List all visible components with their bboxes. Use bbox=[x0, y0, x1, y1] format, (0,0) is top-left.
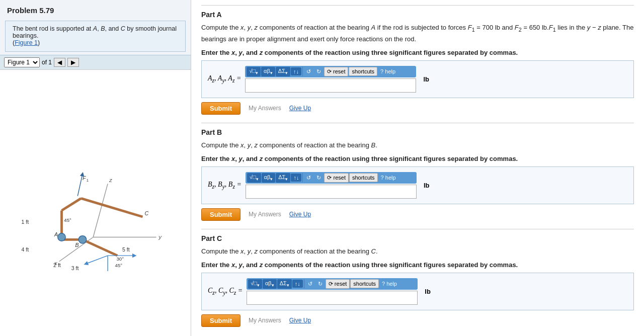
svg-text:45°: 45° bbox=[64, 217, 71, 222]
part-a-redo-btn[interactable]: ↻ bbox=[314, 67, 324, 76]
svg-point-22 bbox=[78, 235, 86, 243]
prev-figure-button[interactable]: ◀ bbox=[54, 58, 65, 67]
part-c-submit-row: Submit My Answers Give Up bbox=[201, 314, 634, 327]
part-a-undo-btn[interactable]: ↺ bbox=[304, 67, 313, 76]
part-c-undo-btn[interactable]: ↺ bbox=[305, 280, 315, 288]
part-b-body: Compute the x, y, z components of reacti… bbox=[201, 140, 634, 151]
part-b-unit: lb bbox=[424, 182, 430, 189]
part-c-answer-box: Cz, Cy, Cz = √□▾ αβ▾ ΔΣ▾ ↑↓ ↺ ↻ ⟳ reset … bbox=[201, 273, 634, 310]
part-a-title: Part A bbox=[201, 11, 634, 19]
part-a-section: Part A Compute the x, y, z components of… bbox=[201, 5, 634, 123]
part-b-input[interactable] bbox=[246, 185, 417, 199]
part-a-shortcuts-btn[interactable]: shortcuts bbox=[349, 67, 377, 76]
svg-text:5 ft: 5 ft bbox=[122, 246, 130, 253]
part-b-instruction: Enter the x, y, and z components of the … bbox=[201, 155, 634, 162]
part-b-submit-button[interactable]: Submit bbox=[201, 208, 240, 221]
part-a-sqrt-btn[interactable]: √□▾ bbox=[247, 67, 261, 76]
part-c-body: Compute the x, y, z components of reacti… bbox=[201, 246, 634, 257]
part-b-my-answers: My Answers bbox=[249, 211, 281, 218]
of-label: of 1 bbox=[42, 59, 52, 66]
part-c-shortcuts-btn[interactable]: shortcuts bbox=[350, 279, 379, 288]
part-a-unit: lb bbox=[423, 75, 429, 83]
part-a-label: Az, Ay, Az = bbox=[208, 74, 241, 84]
part-b-redo-btn[interactable]: ↻ bbox=[314, 174, 324, 182]
svg-text:A: A bbox=[54, 231, 58, 237]
part-c-toolbar: √□▾ αβ▾ ΔΣ▾ ↑↓ ↺ ↻ ⟳ reset shortcuts ? h… bbox=[247, 278, 418, 290]
next-figure-button[interactable]: ▶ bbox=[67, 58, 79, 67]
figure-nav: Figure 1 of 1 ◀ ▶ bbox=[0, 55, 191, 69]
figure-image-area: y x z 1 ft 4 ft 2 ft 3 ft 5 ft 30° 45° 4… bbox=[0, 69, 191, 336]
part-a-input[interactable] bbox=[245, 78, 416, 93]
part-c-reset-btn[interactable]: ⟳ reset bbox=[326, 279, 350, 289]
svg-text:30°: 30° bbox=[116, 256, 124, 261]
part-c-title: Part C bbox=[201, 234, 634, 242]
left-panel: Problem 5.79 The bent rod is supported a… bbox=[0, 0, 191, 336]
part-c-sqrt-btn[interactable]: √□▾ bbox=[248, 279, 262, 289]
part-c-submit-button[interactable]: Submit bbox=[201, 314, 240, 327]
part-b-delta-btn[interactable]: ΔΣ▾ bbox=[276, 173, 290, 183]
part-a-help-btn[interactable]: ? help bbox=[378, 67, 398, 75]
problem-description-text: The bent rod is supported at A, B, and C… bbox=[13, 25, 177, 39]
svg-text:F: F bbox=[82, 175, 86, 181]
part-c-alpha-btn[interactable]: αβ▾ bbox=[263, 279, 277, 289]
part-b-undo-btn[interactable]: ↺ bbox=[304, 174, 313, 182]
part-b-sqrt-btn[interactable]: √□▾ bbox=[247, 173, 261, 183]
svg-text:3 ft: 3 ft bbox=[71, 265, 78, 271]
part-a-body: Compute the x, y, z components of reacti… bbox=[201, 23, 634, 45]
part-a-delta-btn[interactable]: ΔΣ▾ bbox=[276, 67, 290, 76]
svg-text:1 ft: 1 ft bbox=[21, 218, 29, 224]
svg-text:B: B bbox=[75, 241, 78, 247]
svg-text:C: C bbox=[144, 210, 148, 216]
part-a-submit-button[interactable]: Submit bbox=[201, 102, 240, 115]
part-c-section: Part C Compute the x, y, z components of… bbox=[201, 229, 634, 335]
figure-select[interactable]: Figure 1 bbox=[4, 57, 40, 67]
svg-text:2 ft: 2 ft bbox=[53, 262, 61, 268]
right-panel: Part A Compute the x, y, z components of… bbox=[191, 0, 644, 336]
part-a-answer-box: Az, Ay, Az = √□▾ αβ▾ ΔΣ▾ ↑↓ ↺ ↻ ⟳ reset … bbox=[201, 60, 634, 98]
svg-text:4 ft: 4 ft bbox=[21, 246, 29, 253]
part-b-shortcuts-btn[interactable]: shortcuts bbox=[349, 173, 378, 182]
figure-svg: y x z 1 ft 4 ft 2 ft 3 ft 5 ft 30° 45° 4… bbox=[8, 135, 184, 271]
svg-text:1: 1 bbox=[86, 178, 88, 182]
part-b-answer-box: Bz, By, Bz = √□▾ αβ▾ ΔΣ▾ ↑↓ ↺ ↻ ⟳ reset … bbox=[201, 166, 634, 204]
part-b-give-up[interactable]: Give Up bbox=[289, 211, 311, 218]
part-c-my-answers: My Answers bbox=[249, 317, 281, 324]
part-a-arrow-btn[interactable]: ↑↓ bbox=[291, 67, 301, 75]
part-a-my-answers: My Answers bbox=[249, 105, 281, 112]
part-c-help-btn[interactable]: ? help bbox=[379, 280, 399, 288]
part-c-instruction: Enter the x, y, and z components of the … bbox=[201, 261, 634, 269]
part-c-delta-btn[interactable]: ΔΣ▾ bbox=[277, 279, 292, 289]
part-b-arrow-btn[interactable]: ↑↓ bbox=[291, 174, 301, 182]
problem-description: The bent rod is supported at A, B, and C… bbox=[5, 21, 186, 52]
part-b-submit-row: Submit My Answers Give Up bbox=[201, 208, 634, 221]
figure-link[interactable]: Figure 1 bbox=[15, 39, 38, 46]
part-b-help-btn[interactable]: ? help bbox=[378, 174, 398, 182]
part-b-reset-btn[interactable]: ⟳ reset bbox=[324, 173, 349, 183]
problem-title: Problem 5.79 bbox=[0, 0, 191, 18]
part-a-alpha-btn[interactable]: αβ▾ bbox=[261, 67, 275, 76]
part-c-unit: lb bbox=[425, 288, 431, 295]
part-b-section: Part B Compute the x, y, z components of… bbox=[201, 123, 634, 229]
part-c-redo-btn[interactable]: ↻ bbox=[315, 280, 325, 288]
part-a-instruction: Enter the x, y, and z components of the … bbox=[201, 49, 634, 56]
svg-text:45°: 45° bbox=[115, 263, 122, 268]
part-c-arrow-btn[interactable]: ↑↓ bbox=[292, 280, 303, 288]
part-c-give-up[interactable]: Give Up bbox=[289, 317, 311, 324]
part-a-give-up[interactable]: Give Up bbox=[289, 105, 311, 112]
part-c-label: Cz, Cy, Cz = bbox=[208, 287, 243, 296]
svg-point-20 bbox=[57, 233, 65, 240]
part-b-label: Bz, By, Bz = bbox=[208, 181, 242, 190]
part-c-input[interactable] bbox=[247, 291, 418, 305]
part-a-toolbar: √□▾ αβ▾ ΔΣ▾ ↑↓ ↺ ↻ ⟳ reset shortcuts ? h… bbox=[245, 66, 416, 77]
part-b-title: Part B bbox=[201, 128, 634, 136]
svg-text:z: z bbox=[108, 177, 112, 183]
part-a-reset-btn[interactable]: ⟳ reset bbox=[324, 67, 349, 76]
part-a-submit-row: Submit My Answers Give Up bbox=[201, 102, 634, 115]
part-b-alpha-btn[interactable]: αβ▾ bbox=[262, 173, 276, 183]
part-b-toolbar: √□▾ αβ▾ ΔΣ▾ ↑↓ ↺ ↻ ⟳ reset shortcuts ? h… bbox=[246, 172, 417, 184]
